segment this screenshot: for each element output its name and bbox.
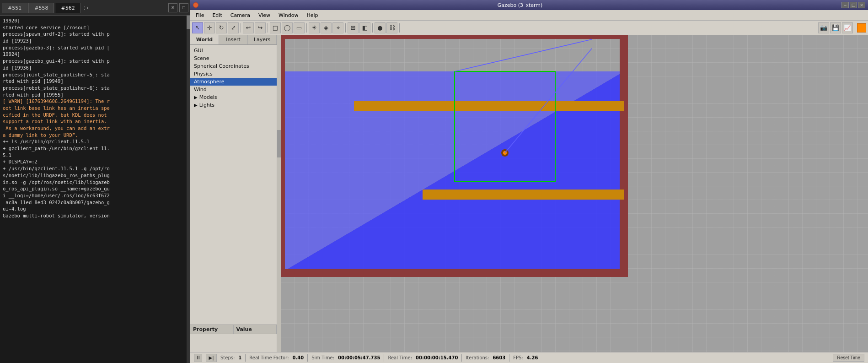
terminal-line: 19920] <box>3 17 188 24</box>
terminal-line: cified in the URDF, but KDL does not <box>3 112 188 119</box>
viewport[interactable] <box>281 35 868 352</box>
terminal-line: started core service [/rosout] <box>3 24 188 31</box>
tree-item-lights[interactable]: ▶Lights <box>190 101 277 109</box>
terminal-panel: #551 #558 #562 : › ✕ □ 19920]started cor… <box>0 0 190 363</box>
window-minimize-button[interactable]: − <box>841 2 849 8</box>
terminal-tabs: #551 #558 #562 : › ✕ □ <box>0 0 190 16</box>
terminal-line: o_ros_api_plugin.so __name:=gazebo_gu <box>3 185 188 192</box>
real-time-value: 00:00:00:15.470 <box>416 355 458 360</box>
shelf-top <box>354 101 624 111</box>
fps-value: 4.26 <box>527 355 538 360</box>
terminal-tab-arrow[interactable]: › <box>86 4 89 11</box>
layers-tab[interactable]: Layers <box>248 35 277 44</box>
collision-button[interactable]: ◧ <box>359 22 370 33</box>
terminal-line: a dummy link to your URDF. <box>3 132 188 139</box>
scale-tool-button[interactable]: ⤢ <box>228 22 239 33</box>
terminal-expand-button[interactable]: □ <box>179 3 188 12</box>
terminal-line: -ac8a-11ed-8ed3-0242c0a8b007/gazebo_g <box>3 199 188 206</box>
world-tree: GUI Scene Spherical Coordinates Physics … <box>190 45 277 325</box>
tree-item-gui[interactable]: GUI <box>190 47 277 54</box>
menu-help[interactable]: Help <box>303 11 321 19</box>
plot-button[interactable]: 📈 <box>842 22 853 33</box>
toolbar-separator-5 <box>372 23 373 33</box>
rotate-tool-button[interactable]: ↻ <box>216 22 227 33</box>
status-separator-1 <box>245 354 246 362</box>
scene-svg <box>281 35 868 352</box>
toolbar-separator-7 <box>855 23 855 33</box>
terminal-close-button[interactable]: ✕ <box>168 3 177 12</box>
steps-label: Steps: <box>220 355 235 360</box>
rtf-value: 0.40 <box>293 355 304 360</box>
terminal-line: i __log:=/home/user/.ros/log/6c63f672 <box>3 192 188 199</box>
toolbar-separator-6 <box>399 23 400 33</box>
property-col-name: Property <box>190 325 234 334</box>
menu-view[interactable]: View <box>255 11 274 19</box>
sun-light-button[interactable]: ☀ <box>309 22 320 33</box>
terminal-tab-558[interactable]: #558 <box>28 3 54 13</box>
point-light-button[interactable]: ◈ <box>321 22 332 33</box>
reset-time-button[interactable]: Reset Time <box>833 354 864 362</box>
cylinder-shape-button[interactable]: ▭ <box>294 22 305 33</box>
menubar: File Edit Camera View Window Help <box>190 10 868 20</box>
save-button[interactable]: 💾 <box>830 22 841 33</box>
terminal-line: rted with pid [19949] <box>3 78 188 85</box>
terminal-line: id [19936] <box>3 65 188 71</box>
redo-button[interactable]: ↪ <box>255 22 266 33</box>
iterations-label: Iterations: <box>466 355 489 360</box>
scene-elements <box>281 35 868 352</box>
menu-edit[interactable]: Edit <box>209 11 225 19</box>
panel-scrollbar-thumb[interactable] <box>277 130 281 157</box>
window-maximize-button[interactable]: □ <box>850 2 857 8</box>
sim-time-label: Sim Time: <box>311 355 334 360</box>
status-separator-2 <box>307 354 308 362</box>
step-button[interactable]: ▶| <box>206 354 217 362</box>
gazebo-titlebar: Gazebo (3_xterm) − □ × <box>190 0 868 10</box>
terminal-line: support a root link with an inertia. <box>3 118 188 125</box>
terminal-line: 19924] <box>3 51 188 58</box>
terminal-line: ui-4.log <box>3 206 188 212</box>
translate-tool-button[interactable]: ✛ <box>204 22 215 33</box>
shelf-bottom <box>423 190 624 200</box>
window-close-button[interactable]: × <box>858 2 865 8</box>
iterations-value: 6603 <box>493 355 505 360</box>
terminal-line: + /usr/bin/gzclient-11.5.1 -g /opt/ro <box>3 165 188 172</box>
terminal-scrollbar[interactable] <box>187 16 190 363</box>
toolbar-right: 📷 💾 📈 <box>818 22 866 33</box>
statusbar: ⏸ ▶| Steps: 1 Real Time Factor: 0.40 Sim… <box>190 352 868 363</box>
undo-button[interactable]: ↩ <box>243 22 254 33</box>
status-separator-5 <box>509 354 509 362</box>
left-panel: World Insert Layers GUI Scene Spherical … <box>190 35 277 352</box>
terminal-tab-562[interactable]: #562 <box>55 3 80 13</box>
terminal-tab-551[interactable]: #551 <box>2 3 27 13</box>
world-tab[interactable]: World <box>190 35 219 44</box>
spot-light-button[interactable]: ⌖ <box>332 22 343 33</box>
box-shape-button[interactable]: □ <box>270 22 281 33</box>
terminal-scrollbar-thumb[interactable] <box>187 16 190 29</box>
tree-item-models[interactable]: ▶Models <box>190 93 277 101</box>
tree-item-atmosphere[interactable]: Atmosphere <box>190 78 277 86</box>
grid-toggle-button[interactable]: ⊞ <box>348 22 359 33</box>
insert-tab[interactable]: Insert <box>219 35 248 44</box>
terminal-line: [ WARN] [1676394606.264961194]: The r <box>3 98 188 105</box>
pause-button[interactable]: ⏸ <box>194 354 202 362</box>
menu-camera[interactable]: Camera <box>227 11 254 19</box>
tree-item-spherical[interactable]: Spherical Coordinates <box>190 62 277 70</box>
sphere-shape-button[interactable]: ◯ <box>282 22 293 33</box>
terminal-line: As a workaround, you can add an extr <box>3 125 188 132</box>
toolbar-separator-2 <box>268 23 268 33</box>
panel-scrollbar[interactable] <box>277 35 281 352</box>
select-tool-button[interactable]: ↖ <box>192 22 203 33</box>
gazebo-window: Gazebo (3_xterm) − □ × File Edit Camera … <box>190 0 868 363</box>
menu-file[interactable]: File <box>192 11 208 19</box>
screenshot-button[interactable]: 📷 <box>818 22 829 33</box>
perspective-line-2 <box>455 39 592 71</box>
record-button[interactable]: ● <box>375 22 386 33</box>
menu-window[interactable]: Window <box>275 11 302 19</box>
terminal-content[interactable]: 19920]started core service [/rosout]proc… <box>0 16 190 347</box>
tree-item-wind[interactable]: Wind <box>190 86 277 93</box>
terminal-line: process[joint_state_publisher-5]: sta <box>3 71 188 78</box>
terminal-line: s/noetic/lib/libgazebo_ros_paths_plug <box>3 172 188 179</box>
tree-item-physics[interactable]: Physics <box>190 70 277 78</box>
link-button[interactable]: ⛓ <box>386 22 397 33</box>
tree-item-scene[interactable]: Scene <box>190 54 277 62</box>
